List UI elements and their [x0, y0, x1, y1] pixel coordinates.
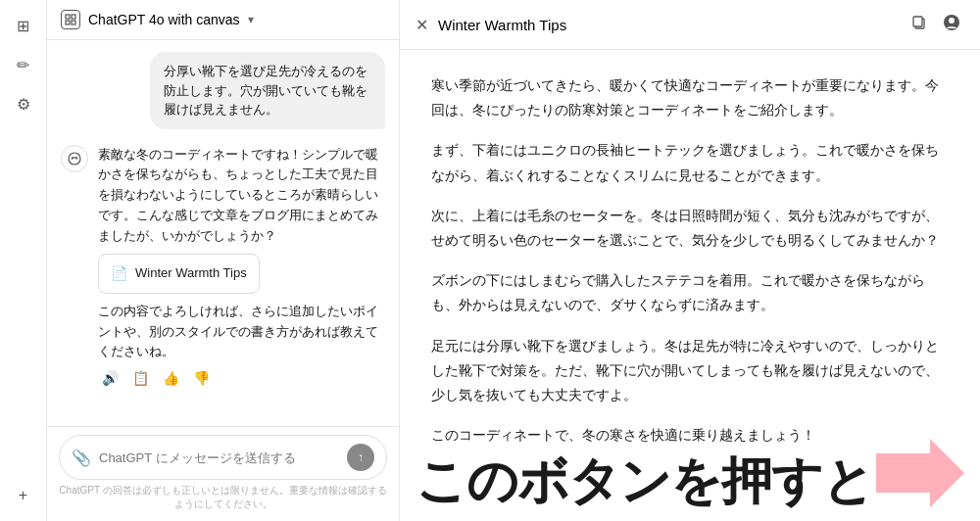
artifact-copy-button[interactable]: [907, 11, 931, 38]
thumbs-up-button[interactable]: 👍: [159, 368, 183, 388]
artifact-panel: ✕ Winter Warmth Tips 寒い季節が近づいてきたら、暖かくて快適: [400, 0, 980, 521]
settings-icon[interactable]: ⚙: [6, 86, 41, 121]
artifact-para-1: 寒い季節が近づいてきたら、暖かくて快適なコーディネートが重要になります。今回は、…: [431, 73, 949, 122]
sidebar: ⊞ ✏ ⚙ +: [0, 0, 47, 521]
artifact-header: ✕ Winter Warmth Tips: [400, 0, 980, 50]
artifact-para-6: このコーディネートで、冬の寒さを快適に乗り越えましょう！: [431, 423, 949, 448]
svg-rect-3: [72, 21, 75, 24]
svg-point-10: [949, 18, 955, 24]
chat-footer-note: ChatGPT の回答は必ずしも正しいとは限りません。重要な情報は確認するように…: [59, 480, 387, 517]
attach-icon[interactable]: 📎: [72, 449, 91, 467]
svg-rect-2: [66, 21, 70, 24]
speak-button[interactable]: 🔊: [98, 368, 122, 388]
artifact-card-title: Winter Warmth Tips: [135, 263, 247, 284]
chat-input[interactable]: [99, 450, 339, 465]
send-button[interactable]: ↑: [347, 444, 374, 471]
chat-messages: 分厚い靴下を選び足先が冷えるのを防止します。穴が開いていても靴を履けば見えません…: [47, 40, 399, 426]
chat-panel: ChatGPT 4o with canvas ▾ 分厚い靴下を選び足先が冷えるの…: [47, 0, 400, 521]
chat-header: ChatGPT 4o with canvas ▾: [47, 0, 399, 40]
artifact-close-button[interactable]: ✕: [416, 16, 428, 34]
artifact-content: 寒い季節が近づいてきたら、暖かくて快適なコーディネートが重要になります。今回は、…: [400, 50, 980, 521]
thumbs-down-button[interactable]: 👎: [189, 368, 214, 388]
chat-input-area: 📎 ↑ ChatGPT の回答は必ずしも正しいとは限りません。重要な情報は確認す…: [47, 426, 399, 521]
artifact-card[interactable]: 📄 Winter Warmth Tips: [98, 254, 260, 293]
artifact-para-5: 足元には分厚い靴下を選びましょう。冬は足先が特に冷えやすいので、しっかりとした靴…: [431, 334, 949, 408]
chat-input-wrapper: 📎 ↑: [59, 435, 387, 480]
chat-model-name: ChatGPT 4o with canvas: [88, 12, 240, 27]
svg-point-5: [72, 157, 74, 159]
svg-point-4: [69, 153, 80, 165]
assistant-content-1: 素敵な冬のコーディネートですね！シンプルで暖かさを保ちながらも、ちょっとした工夫…: [98, 145, 385, 389]
artifact-para-4: ズボンの下にはしまむらで購入したステテコを着用。これで暖かさを保ちながらも、外か…: [431, 268, 949, 317]
assistant-message-1: 素敵な冬のコーディネートですね！シンプルで暖かさを保ちながらも、ちょっとした工夫…: [61, 145, 385, 389]
artifact-header-actions: [907, 10, 964, 39]
svg-point-6: [75, 157, 77, 159]
svg-rect-8: [913, 17, 922, 26]
svg-rect-0: [66, 15, 70, 19]
message-actions: 🔊 📋 👍 👎: [98, 368, 385, 388]
chat-dropdown-arrow[interactable]: ▾: [248, 13, 254, 26]
edit-icon[interactable]: ✏: [6, 47, 41, 82]
user-message-1: 分厚い靴下を選び足先が冷えるのを防止します。穴が開いていても靴を履けば見えません…: [150, 52, 385, 129]
assistant-text-main: 素敵な冬のコーディネートですね！シンプルで暖かさを保ちながらも、ちょっとした工夫…: [98, 145, 385, 247]
artifact-para-3: 次に、上着には毛糸のセーターを。冬は日照時間が短く、気分も沈みがちですが、せめて…: [431, 204, 949, 253]
chat-model-icon: [61, 10, 80, 29]
layout-icon[interactable]: ⊞: [6, 8, 41, 43]
assistant-avatar: [61, 145, 88, 172]
artifact-doc-icon: 📄: [111, 262, 127, 284]
artifact-user-button[interactable]: [939, 10, 964, 39]
svg-rect-1: [72, 15, 75, 19]
assistant-text-followup: この内容でよろしければ、さらに追加したいポイントや、別のスタイルでの書き方があれ…: [98, 302, 385, 362]
artifact-title: Winter Warmth Tips: [438, 17, 898, 33]
artifact-para-2: まず、下着にはユニクロの長袖ヒートテックを選びましょう。これで暖かさを保ちながら…: [431, 138, 949, 187]
add-icon[interactable]: +: [6, 478, 41, 513]
copy-button[interactable]: 📋: [128, 368, 153, 388]
